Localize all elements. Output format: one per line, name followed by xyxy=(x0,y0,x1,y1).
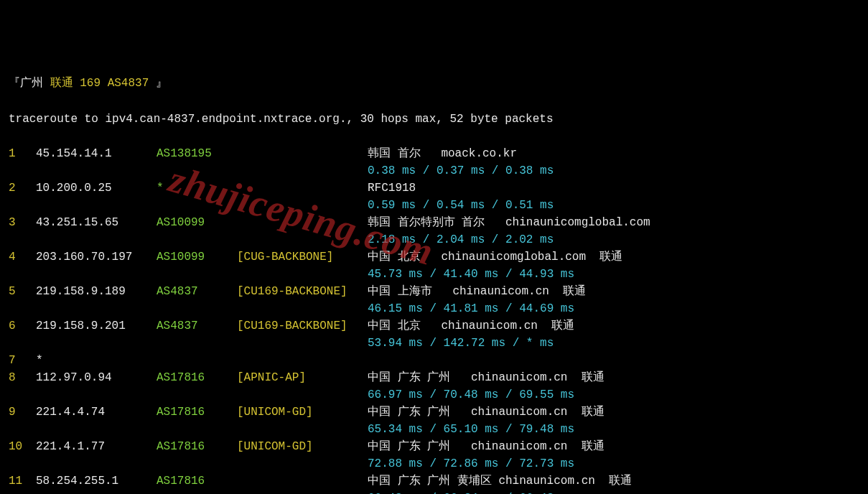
hop-timing-row: 66.48 ms / 66.34 ms / 66.48 ms xyxy=(9,490,859,494)
hop-timing-row: 72.88 ms / 72.86 ms / 72.73 ms xyxy=(9,455,859,472)
hop-latency: 53.94 ms / 142.72 ms / * ms xyxy=(368,335,554,352)
hop-number: 10 xyxy=(9,438,36,455)
hop-location: RFC1918 xyxy=(368,180,416,197)
hop-row: 145.154.14.1AS138195韩国 首尔 moack.co.kr xyxy=(9,145,859,162)
hop-location: 中国 广东 广州 chinaunicom.cn 联通 xyxy=(368,404,605,421)
hop-location: 中国 北京 chinaunicomglobal.com 联通 xyxy=(368,248,622,266)
hop-latency: 2.18 ms / 2.04 ms / 2.02 ms xyxy=(368,231,554,248)
hop-asn: AS10099 xyxy=(157,248,237,266)
hop-backbone-tag: [CUG-BACKBONE] xyxy=(237,248,368,266)
hop-asn: AS17816 xyxy=(157,404,237,421)
hop-ip: 112.97.0.94 xyxy=(36,369,157,386)
hop-asn: AS10099 xyxy=(157,214,237,231)
hop-asn: AS138195 xyxy=(157,145,237,162)
hop-latency: 0.59 ms / 0.54 ms / 0.51 ms xyxy=(368,197,554,214)
hop-latency: 66.48 ms / 66.34 ms / 66.48 ms xyxy=(368,490,574,494)
hop-ip: 219.158.9.201 xyxy=(36,317,157,335)
hop-location: 中国 广东 广州 黄埔区 chinaunicom.cn 联通 xyxy=(368,472,632,490)
hop-ip: 43.251.15.65 xyxy=(36,214,157,231)
hop-latency: 65.34 ms / 65.10 ms / 79.48 ms xyxy=(368,421,574,438)
header-circuit: 169 AS4837 xyxy=(80,77,156,90)
hop-ip: 10.200.0.25 xyxy=(36,180,157,197)
hop-location: 中国 广东 广州 chinaunicom.cn 联通 xyxy=(368,369,605,386)
hop-number: 3 xyxy=(9,214,36,231)
bracket-close: 』 xyxy=(156,77,167,90)
hop-latency: 45.73 ms / 41.40 ms / 44.93 ms xyxy=(368,266,574,283)
hop-ip: 45.154.14.1 xyxy=(36,145,157,162)
hop-row: 7* xyxy=(9,352,859,369)
hop-timing-row: 53.94 ms / 142.72 ms / * ms xyxy=(9,335,859,352)
hop-timing-row: 0.38 ms / 0.37 ms / 0.38 ms xyxy=(9,162,859,180)
hop-row: 8112.97.0.94AS17816[APNIC-AP]中国 广东 广州 ch… xyxy=(9,369,859,386)
hop-number: 11 xyxy=(9,472,36,490)
hop-latency: 46.15 ms / 41.81 ms / 44.69 ms xyxy=(368,300,574,317)
hop-number: 7 xyxy=(9,352,36,369)
hop-latency: 0.38 ms / 0.37 ms / 0.38 ms xyxy=(368,162,554,180)
hop-ip: 221.4.1.77 xyxy=(36,438,157,455)
header-isp: 联通 xyxy=(50,77,80,90)
hop-timing-row: 46.15 ms / 41.81 ms / 44.69 ms xyxy=(9,300,859,317)
hop-backbone-tag: [UNICOM-GD] xyxy=(237,404,368,421)
hop-row: 4203.160.70.197AS10099[CUG-BACKBONE]中国 北… xyxy=(9,248,859,266)
hop-row: 343.251.15.65AS10099韩国 首尔特别市 首尔 chinauni… xyxy=(9,214,859,231)
hop-number: 1 xyxy=(9,145,36,162)
hop-location: 韩国 首尔特别市 首尔 chinaunicomglobal.com xyxy=(368,214,650,231)
hop-backbone-tag: [CU169-BACKBONE] xyxy=(237,283,368,300)
hop-asn: AS17816 xyxy=(157,438,237,455)
hop-ip: 219.158.9.189 xyxy=(36,283,157,300)
hop-location: 中国 北京 chinaunicom.cn 联通 xyxy=(368,317,574,335)
trace-header: 『广州 联通 169 AS4837 』 xyxy=(9,75,859,92)
hop-backbone-tag: [UNICOM-GD] xyxy=(237,438,368,455)
hop-row: 9221.4.4.74AS17816[UNICOM-GD]中国 广东 广州 ch… xyxy=(9,404,859,421)
hop-asn: AS17816 xyxy=(157,472,237,490)
hop-latency: 72.88 ms / 72.86 ms / 72.73 ms xyxy=(368,455,574,472)
hop-ip: 58.254.255.1 xyxy=(36,472,157,490)
traceroute-command-line: traceroute to ipv4.can-4837.endpoint.nxt… xyxy=(9,111,859,128)
hop-timing-row: 0.59 ms / 0.54 ms / 0.51 ms xyxy=(9,197,859,214)
hop-row: 5219.158.9.189AS4837[CU169-BACKBONE]中国 上… xyxy=(9,283,859,300)
hop-row: 1158.254.255.1AS17816中国 广东 广州 黄埔区 chinau… xyxy=(9,472,859,490)
hop-row: 210.200.0.25*RFC1918 xyxy=(9,180,859,197)
hop-timing-row: 2.18 ms / 2.04 ms / 2.02 ms xyxy=(9,231,859,248)
hop-row: 10221.4.1.77AS17816[UNICOM-GD]中国 广东 广州 c… xyxy=(9,438,859,455)
hop-ip: 221.4.4.74 xyxy=(36,404,157,421)
bracket-open: 『 xyxy=(9,77,20,90)
hop-timing-row: 45.73 ms / 41.40 ms / 44.93 ms xyxy=(9,266,859,283)
hop-asn: AS17816 xyxy=(157,369,237,386)
hop-ip: 203.160.70.197 xyxy=(36,248,157,266)
hop-asn: AS4837 xyxy=(157,283,237,300)
hop-timing-row: 65.34 ms / 65.10 ms / 79.48 ms xyxy=(9,421,859,438)
hop-number: 5 xyxy=(9,283,36,300)
hop-list: 145.154.14.1AS138195韩国 首尔 moack.co.kr0.3… xyxy=(9,145,859,494)
hop-number: 9 xyxy=(9,404,36,421)
hop-location: 韩国 首尔 moack.co.kr xyxy=(368,145,517,162)
hop-number: 4 xyxy=(9,248,36,266)
hop-row: 6219.158.9.201AS4837[CU169-BACKBONE]中国 北… xyxy=(9,317,859,335)
hop-number: 8 xyxy=(9,369,36,386)
hop-location: 中国 广东 广州 chinaunicom.cn 联通 xyxy=(368,438,605,455)
header-city: 广州 xyxy=(20,77,50,90)
hop-number: 2 xyxy=(9,180,36,197)
hop-location: 中国 上海市 chinaunicom.cn 联通 xyxy=(368,283,586,300)
hop-asn: AS4837 xyxy=(157,317,237,335)
hop-latency: 66.97 ms / 70.48 ms / 69.55 ms xyxy=(368,386,574,404)
hop-asn: * xyxy=(157,180,237,197)
hop-backbone-tag: [APNIC-AP] xyxy=(237,369,368,386)
hop-timing-row: 66.97 ms / 70.48 ms / 69.55 ms xyxy=(9,386,859,404)
hop-backbone-tag: [CU169-BACKBONE] xyxy=(237,317,368,335)
hop-ip: * xyxy=(36,352,157,369)
hop-number: 6 xyxy=(9,317,36,335)
